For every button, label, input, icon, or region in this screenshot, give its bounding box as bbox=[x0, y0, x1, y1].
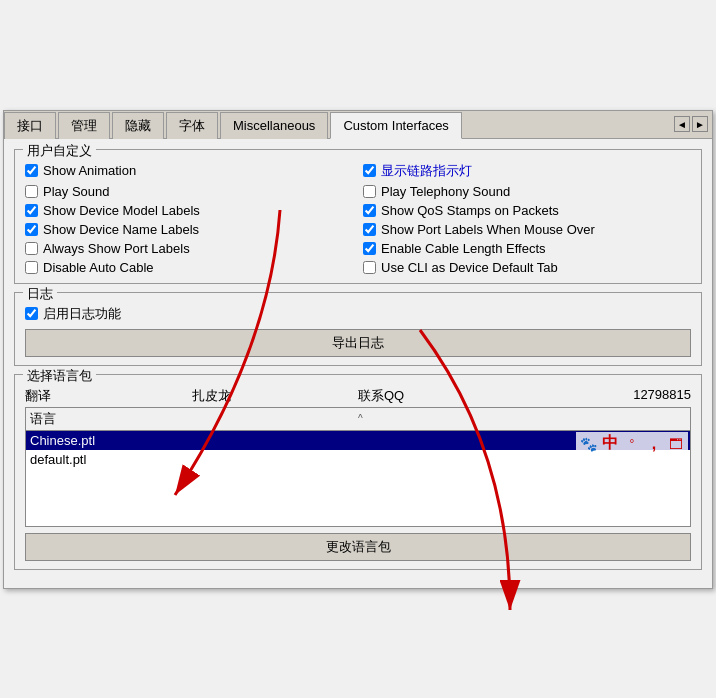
tab-navigation: ◄ ► bbox=[670, 111, 712, 138]
language-section-title: 选择语言包 bbox=[23, 367, 96, 385]
play-telephony-label[interactable]: Play Telephony Sound bbox=[381, 184, 510, 199]
tab-guanli[interactable]: 管理 bbox=[58, 112, 110, 139]
play-sound-row: Play Sound bbox=[25, 184, 353, 199]
translate-column-header: 翻译 bbox=[25, 387, 192, 405]
show-qos-row: Show QoS Stamps on Packets bbox=[363, 203, 691, 218]
language-list-container: 语言 ^ Chinese.ptl default.ptl 🐾 中 ° , 🗔 bbox=[25, 407, 691, 527]
show-device-model-label[interactable]: Show Device Model Labels bbox=[43, 203, 200, 218]
show-qos-checkbox[interactable] bbox=[363, 204, 376, 217]
enable-cable-row: Enable Cable Length Effects bbox=[363, 241, 691, 256]
always-show-port-checkbox[interactable] bbox=[25, 242, 38, 255]
play-telephony-checkbox[interactable] bbox=[363, 185, 376, 198]
play-sound-checkbox[interactable] bbox=[25, 185, 38, 198]
disable-auto-cable-label[interactable]: Disable Auto Cable bbox=[43, 260, 154, 275]
show-animation-label[interactable]: Show Animation bbox=[43, 163, 136, 178]
show-port-labels-label[interactable]: Show Port Labels When Mouse Over bbox=[381, 222, 595, 237]
language-column-label: 语言 bbox=[30, 410, 358, 428]
disable-auto-cable-checkbox[interactable] bbox=[25, 261, 38, 274]
contact-qq-column-header: 联系QQ bbox=[358, 387, 525, 405]
show-link-lights-checkbox[interactable] bbox=[363, 164, 376, 177]
use-cli-row: Use CLI as Device Default Tab bbox=[363, 260, 691, 275]
log-section: 日志 启用日志功能 导出日志 bbox=[14, 292, 702, 366]
language-header-row: 翻译 扎皮龙 联系QQ 12798815 bbox=[25, 387, 691, 405]
degree-icon[interactable]: ° bbox=[622, 434, 642, 454]
disable-auto-cable-row: Disable Auto Cable bbox=[25, 260, 353, 275]
show-qos-label[interactable]: Show QoS Stamps on Packets bbox=[381, 203, 559, 218]
chinese-char-icon[interactable]: 中 bbox=[600, 434, 620, 454]
enable-log-label[interactable]: 启用日志功能 bbox=[43, 305, 121, 323]
show-link-lights-label[interactable]: 显示链路指示灯 bbox=[381, 162, 472, 180]
sort-arrow-icon: ^ bbox=[358, 413, 686, 424]
log-section-title: 日志 bbox=[23, 285, 57, 303]
use-cli-checkbox[interactable] bbox=[363, 261, 376, 274]
checkbox-grid: Show Animation 显示链路指示灯 Play Sound Play T… bbox=[25, 162, 691, 275]
always-show-port-row: Always Show Port Labels bbox=[25, 241, 353, 256]
export-log-button[interactable]: 导出日志 bbox=[25, 329, 691, 357]
always-show-port-label[interactable]: Always Show Port Labels bbox=[43, 241, 190, 256]
show-device-model-checkbox[interactable] bbox=[25, 204, 38, 217]
play-telephony-row: Play Telephony Sound bbox=[363, 184, 691, 199]
tab-yincang[interactable]: 隐藏 bbox=[112, 112, 164, 139]
user-defined-section: 用户自定义 Show Animation 显示链路指示灯 Play Sound bbox=[14, 149, 702, 284]
show-port-labels-row: Show Port Labels When Mouse Over bbox=[363, 222, 691, 237]
tab-bar: 接口 管理 隐藏 字体 Miscellaneous Custom Interfa… bbox=[4, 111, 712, 139]
tab-ziti[interactable]: 字体 bbox=[166, 112, 218, 139]
box-icon[interactable]: 🗔 bbox=[666, 434, 686, 454]
paw-icon[interactable]: 🐾 bbox=[578, 434, 598, 454]
enable-log-row: 启用日志功能 bbox=[25, 305, 691, 323]
show-animation-checkbox[interactable] bbox=[25, 164, 38, 177]
enable-log-checkbox[interactable] bbox=[25, 307, 38, 320]
zhanpilong-column-header: 扎皮龙 bbox=[192, 387, 359, 405]
enable-cable-label[interactable]: Enable Cable Length Effects bbox=[381, 241, 546, 256]
change-language-button[interactable]: 更改语言包 bbox=[25, 533, 691, 561]
show-device-model-row: Show Device Model Labels bbox=[25, 203, 353, 218]
language-section: 选择语言包 翻译 扎皮龙 联系QQ 12798815 语言 ^ Chinese.… bbox=[14, 374, 702, 570]
content-area: 用户自定义 Show Animation 显示链路指示灯 Play Sound bbox=[4, 139, 712, 588]
enable-cable-checkbox[interactable] bbox=[363, 242, 376, 255]
language-list-header: 语言 ^ bbox=[26, 408, 690, 431]
language-icons-bar: 🐾 中 ° , 🗔 bbox=[576, 432, 688, 456]
main-window: 接口 管理 隐藏 字体 Miscellaneous Custom Interfa… bbox=[3, 110, 713, 589]
tab-nav-right-button[interactable]: ► bbox=[692, 116, 708, 132]
tab-custom-interfaces[interactable]: Custom Interfaces bbox=[330, 112, 462, 139]
show-animation-row: Show Animation bbox=[25, 162, 353, 180]
tab-nav-left-button[interactable]: ◄ bbox=[674, 116, 690, 132]
show-device-name-checkbox[interactable] bbox=[25, 223, 38, 236]
show-device-name-label[interactable]: Show Device Name Labels bbox=[43, 222, 199, 237]
comma-icon[interactable]: , bbox=[644, 434, 664, 454]
show-link-lights-row: 显示链路指示灯 bbox=[363, 162, 691, 180]
tab-jiekou[interactable]: 接口 bbox=[4, 112, 56, 139]
show-port-labels-checkbox[interactable] bbox=[363, 223, 376, 236]
show-device-name-row: Show Device Name Labels bbox=[25, 222, 353, 237]
play-sound-label[interactable]: Play Sound bbox=[43, 184, 110, 199]
use-cli-label[interactable]: Use CLI as Device Default Tab bbox=[381, 260, 558, 275]
tab-misc[interactable]: Miscellaneous bbox=[220, 112, 328, 139]
user-defined-title: 用户自定义 bbox=[23, 142, 96, 160]
qq-number-value: 12798815 bbox=[525, 387, 692, 405]
